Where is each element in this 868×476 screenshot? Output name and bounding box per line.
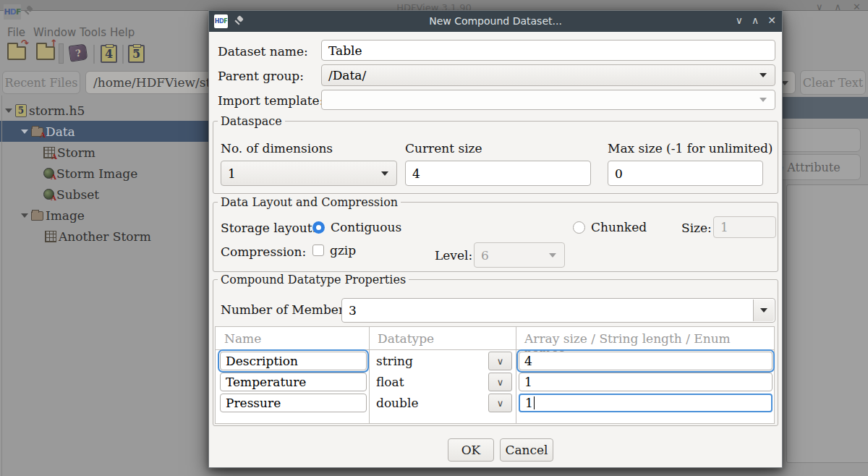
gzip-checkbox[interactable] xyxy=(312,245,324,256)
attribute-table-panel xyxy=(786,184,868,463)
text-caret xyxy=(534,396,535,409)
cancel-button[interactable]: Cancel xyxy=(500,438,553,462)
dataset-name-value: Table xyxy=(328,43,362,58)
tree-item-label: Subset xyxy=(56,187,99,202)
help-book-icon[interactable]: ? xyxy=(69,45,87,61)
parent-group-combobox[interactable]: /Data/ xyxy=(321,64,775,86)
member-size-value: 4 xyxy=(524,354,532,368)
dimensions-value: 1 xyxy=(228,166,236,181)
member-name-input[interactable]: Pressure xyxy=(220,394,367,412)
gzip-label: gzip xyxy=(330,243,356,258)
h5-file-icon: 5 xyxy=(15,104,27,117)
hdf4-icon[interactable]: 4 xyxy=(101,45,117,63)
member-name-input[interactable]: Temperature xyxy=(220,373,367,391)
max-size-value: 0 xyxy=(615,166,623,181)
main-minimize-icon[interactable]: ∨ xyxy=(816,1,823,12)
level-combobox[interactable]: 6 xyxy=(474,242,565,268)
main-window-controls: ∨ ∧ ✕ xyxy=(816,1,861,12)
table-dataset-icon xyxy=(45,231,56,242)
parent-group-value: /Data/ xyxy=(328,68,366,82)
toolbar-separator xyxy=(122,45,124,64)
chunk-size-input[interactable]: 1 xyxy=(713,216,776,238)
member-size-input[interactable]: 4 xyxy=(519,352,773,370)
level-label: Level: xyxy=(435,248,472,263)
dialog-titlebar[interactable]: HDF New Compound Dataset... ∨ ∧ ✕ xyxy=(209,11,782,32)
tree-item-label: Image xyxy=(46,208,85,223)
member-datatype-value: float xyxy=(376,375,404,389)
recent-files-button[interactable]: Recent Files xyxy=(2,71,80,94)
main-titlebar: HDFView 3.1.90 xyxy=(0,0,868,11)
clear-text-button[interactable]: Clear Text xyxy=(800,70,866,95)
chevron-down-icon xyxy=(381,171,388,176)
member-size-input[interactable]: 1 xyxy=(519,373,773,391)
chunked-radio[interactable] xyxy=(573,221,585,234)
member-size-value: 1 xyxy=(524,375,532,389)
member-name-input[interactable]: Description xyxy=(220,352,367,370)
chevron-down-icon xyxy=(760,73,767,77)
group-folder-icon xyxy=(31,211,43,221)
pin-icon xyxy=(22,5,34,17)
layout-groupbox: Data Layout and Compression Storage layo… xyxy=(213,202,778,272)
tree-item-label: Storm xyxy=(57,145,95,160)
max-size-label: Max size (-1 for unlimited) xyxy=(608,141,773,156)
members-table-header: Name Datatype Array size / String length… xyxy=(216,327,774,350)
compound-legend: Compound Datatype Properties xyxy=(218,273,409,286)
members-value: 3 xyxy=(349,303,357,318)
dialog-maximize-icon[interactable]: ∧ xyxy=(752,14,759,26)
compound-groupbox: Compound Datatype Properties Number of M… xyxy=(213,279,778,426)
contiguous-radio[interactable] xyxy=(312,221,325,234)
members-combobox[interactable]: 3 xyxy=(341,298,775,323)
menu-help[interactable]: Help xyxy=(110,26,135,39)
tree-item-label: Another Storm xyxy=(59,229,151,244)
max-size-input[interactable]: 0 xyxy=(608,161,763,186)
image-dataset-icon: A xyxy=(43,189,54,200)
combo-arrow-button[interactable] xyxy=(753,299,774,321)
import-template-label: Import template: xyxy=(218,93,323,108)
menu-tools[interactable]: Tools xyxy=(80,26,106,39)
ok-button[interactable]: OK xyxy=(448,438,494,462)
dataset-name-input[interactable]: Table xyxy=(321,40,775,61)
expander-arrow-icon[interactable] xyxy=(20,127,29,136)
current-size-value: 4 xyxy=(412,166,420,181)
datatype-dropdown-button[interactable]: ∨ xyxy=(488,352,512,370)
datatype-dropdown-button[interactable]: ∨ xyxy=(488,373,512,391)
dialog-close-icon[interactable]: ✕ xyxy=(767,14,776,26)
current-size-label: Current size xyxy=(405,141,482,156)
import-template-combobox[interactable] xyxy=(321,90,775,110)
parent-group-label: Parent group: xyxy=(218,69,304,83)
compression-label: Compression: xyxy=(221,245,306,259)
datatype-dropdown-button[interactable]: ∨ xyxy=(488,394,512,412)
table-dataset-icon: A xyxy=(43,147,55,158)
members-label: Number of Members: xyxy=(221,302,354,317)
chevron-down-icon xyxy=(760,308,767,313)
dialog-minimize-icon[interactable]: ∨ xyxy=(736,14,743,26)
dataspace-legend: Dataspace xyxy=(218,114,285,128)
dimensions-label: No. of dimensions xyxy=(221,141,333,156)
current-size-input[interactable]: 4 xyxy=(405,161,591,186)
main-maximize-icon[interactable]: ∧ xyxy=(835,1,842,12)
hdfview-screen: HDFView 3.1.90 ∨ ∧ ✕ HDF File Window Too… xyxy=(0,0,868,476)
dialog-controls: ∨ ∧ ✕ xyxy=(736,14,776,26)
expander-arrow-icon[interactable] xyxy=(4,106,13,115)
member-name-value: Pressure xyxy=(226,396,281,410)
member-name-value: Temperature xyxy=(226,375,306,389)
expander-arrow-icon[interactable] xyxy=(20,211,29,220)
image-dataset-icon: A xyxy=(43,168,54,179)
file-path-value: /home/HDFView/stor xyxy=(93,75,224,90)
member-row: Description string ∨ 4 xyxy=(216,351,774,372)
group-folder-icon: A xyxy=(31,127,43,137)
dimensions-combobox[interactable]: 1 xyxy=(221,161,397,186)
contiguous-label: Contiguous xyxy=(331,220,401,234)
member-size-input-focused[interactable]: 1 xyxy=(519,394,773,412)
hdf5-icon[interactable]: 5 xyxy=(128,45,145,63)
header-datatype: Datatype xyxy=(378,331,434,346)
close-file-icon[interactable]: ↑ xyxy=(36,46,55,60)
chevron-down-icon xyxy=(549,253,556,258)
main-close-icon[interactable]: ✕ xyxy=(853,1,861,12)
member-name-value: Description xyxy=(226,354,298,368)
open-file-icon[interactable]: ↷ xyxy=(7,46,26,60)
header-name: Name xyxy=(224,331,261,346)
level-value: 6 xyxy=(481,248,489,263)
hdf-logo: HDF xyxy=(4,4,21,20)
member-size-value: 1 xyxy=(525,396,533,410)
